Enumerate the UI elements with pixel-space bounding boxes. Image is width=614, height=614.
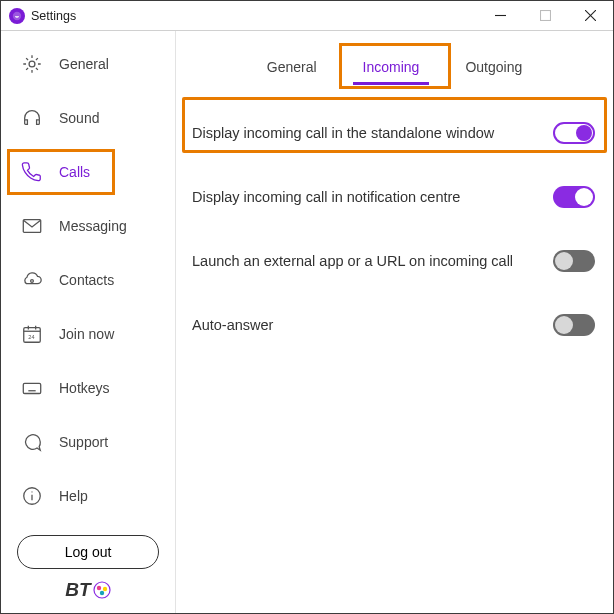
sidebar: General Sound Calls Messaging Contacts 2: [1, 31, 176, 613]
setting-label: Display incoming call in the standalone …: [192, 125, 553, 141]
sidebar-item-label: Join now: [59, 326, 114, 342]
sidebar-item-label: Contacts: [59, 272, 114, 288]
window-body: General Sound Calls Messaging Contacts 2: [1, 31, 613, 613]
setting-label: Display incoming call in notification ce…: [192, 189, 553, 205]
sidebar-item-label: Messaging: [59, 218, 127, 234]
sidebar-item-label: Hotkeys: [59, 380, 110, 396]
sidebar-item-general[interactable]: General: [1, 37, 175, 91]
window-controls: [478, 1, 613, 31]
brand-logo: BT: [1, 579, 175, 613]
svg-point-24: [96, 586, 100, 590]
close-button[interactable]: [568, 1, 613, 31]
sidebar-item-calls[interactable]: Calls: [1, 145, 175, 199]
settings-window: Settings General Sound Calls: [0, 0, 614, 614]
toggle-external-app[interactable]: [553, 250, 595, 272]
phone-icon: [21, 161, 43, 183]
toggle-notification-centre[interactable]: [553, 186, 595, 208]
app-icon: [9, 8, 25, 24]
sidebar-item-messaging[interactable]: Messaging: [1, 199, 175, 253]
settings-list: Display incoming call in the standalone …: [176, 95, 613, 357]
svg-text:24: 24: [28, 334, 34, 340]
cloud-icon: [21, 269, 43, 291]
svg-rect-13: [23, 383, 40, 393]
brand-orb-icon: [93, 581, 111, 599]
sidebar-item-sound[interactable]: Sound: [1, 91, 175, 145]
maximize-button[interactable]: [523, 1, 568, 31]
svg-point-23: [94, 582, 110, 598]
minimize-button[interactable]: [478, 1, 523, 31]
svg-point-25: [102, 587, 106, 591]
svg-point-7: [31, 280, 34, 283]
tab-outgoing[interactable]: Outgoing: [445, 53, 542, 85]
setting-row-notification-centre: Display incoming call in notification ce…: [192, 165, 595, 229]
sidebar-item-label: Support: [59, 434, 108, 450]
setting-label: Launch an external app or a URL on incom…: [192, 253, 553, 269]
toggle-auto-answer[interactable]: [553, 314, 595, 336]
keyboard-icon: [21, 377, 43, 399]
tab-general[interactable]: General: [247, 53, 337, 85]
setting-row-standalone-window: Display incoming call in the standalone …: [192, 101, 595, 165]
sidebar-item-contacts[interactable]: Contacts: [1, 253, 175, 307]
svg-point-26: [99, 591, 103, 595]
svg-point-0: [13, 11, 21, 19]
window-title: Settings: [31, 9, 76, 23]
svg-point-5: [29, 61, 35, 67]
sidebar-item-support[interactable]: Support: [1, 415, 175, 469]
titlebar: Settings: [1, 1, 613, 31]
tabs: General Incoming Outgoing: [176, 31, 613, 95]
gear-icon: [21, 53, 43, 75]
setting-label: Auto-answer: [192, 317, 553, 333]
sidebar-item-hotkeys[interactable]: Hotkeys: [1, 361, 175, 415]
sidebar-item-label: Calls: [59, 164, 90, 180]
info-icon: [21, 485, 43, 507]
logout-button[interactable]: Log out: [17, 535, 159, 569]
setting-row-auto-answer: Auto-answer: [192, 293, 595, 357]
calendar-icon: 24: [21, 323, 43, 345]
brand-text: BT: [65, 579, 90, 601]
envelope-icon: [21, 215, 43, 237]
svg-rect-2: [541, 11, 551, 21]
sidebar-item-join-now[interactable]: 24 Join now: [1, 307, 175, 361]
sidebar-item-label: Sound: [59, 110, 99, 126]
main-panel: General Incoming Outgoing Display incomi…: [176, 31, 613, 613]
setting-row-external-app: Launch an external app or a URL on incom…: [192, 229, 595, 293]
svg-point-22: [31, 491, 32, 492]
tab-incoming[interactable]: Incoming: [343, 53, 440, 85]
titlebar-left: Settings: [1, 8, 76, 24]
sidebar-item-label: Help: [59, 488, 88, 504]
toggle-standalone-window[interactable]: [553, 122, 595, 144]
headphones-icon: [21, 107, 43, 129]
sidebar-item-help[interactable]: Help: [1, 469, 175, 523]
sidebar-item-label: General: [59, 56, 109, 72]
speech-bubble-icon: [21, 431, 43, 453]
